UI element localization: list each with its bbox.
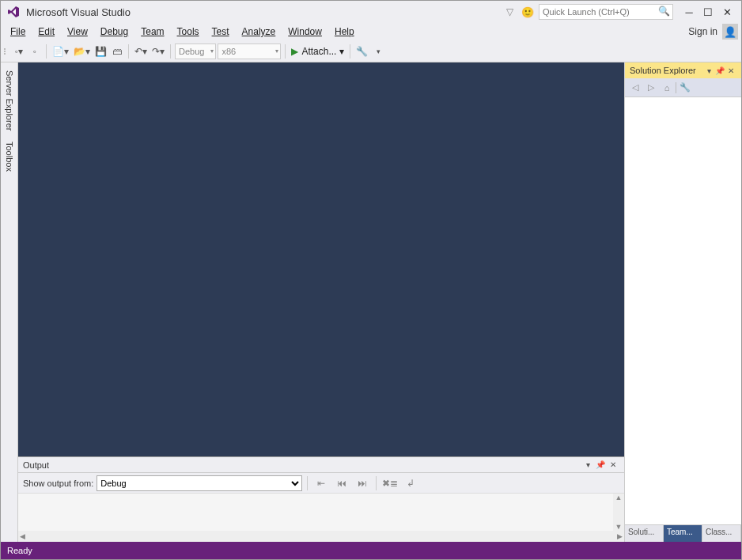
se-home-icon[interactable]: ⌂ [660,81,674,95]
solution-explorer-titlebar[interactable]: Solution Explorer ▾ 📌 ✕ [625,62,741,78]
window-title: Microsoft Visual Studio [26,6,131,18]
toolbar-separator [676,82,676,93]
output-panel: Output ▾ 📌 ✕ Show output from: Debug ⇤ ⏮… [18,456,624,542]
right-bottom-tabs: Soluti... Team... Class... [625,524,741,542]
feedback-icon[interactable]: 🙂 [521,6,534,18]
menu-help[interactable]: Help [328,25,361,39]
search-icon: 🔍 [658,6,670,17]
panel-close-icon[interactable]: ✕ [725,66,736,75]
menu-file[interactable]: File [4,25,32,39]
menu-test[interactable]: Test [206,25,236,39]
toolbar-separator [307,476,308,490]
toolbar-separator [170,44,171,59]
menu-edit[interactable]: Edit [32,25,61,39]
nav-back-button[interactable]: ◦▾ [12,43,26,60]
undo-button[interactable]: ↶▾ [133,43,149,60]
solution-explorer-title: Solution Explorer [630,66,696,75]
title-bar: Microsoft Visual Studio ▽ 🙂 🔍 ─ ☐ ✕ [1,1,741,23]
nav-forward-button[interactable]: ◦ [28,43,42,60]
toolbar-overflow-icon[interactable]: ▾ [371,43,385,60]
toolbar-separator [376,476,377,490]
tab-class-view[interactable]: Class... [702,525,741,542]
toolbox-tab[interactable]: Toolbox [3,137,16,176]
menu-debug[interactable]: Debug [94,25,134,39]
maximize-button[interactable]: ☐ [698,4,717,20]
vs-window: Microsoft Visual Studio ▽ 🙂 🔍 ─ ☐ ✕ File… [0,0,742,560]
menu-view[interactable]: View [61,25,94,39]
save-all-button[interactable]: 🗃 [110,43,124,60]
toolbar-separator [128,44,129,59]
panel-close-icon[interactable]: ✕ [607,460,619,469]
output-source-dropdown[interactable]: Debug [97,475,302,491]
right-dock: Solution Explorer ▾ 📌 ✕ ◁ ▷ ⌂ 🔧 Soluti..… [624,62,741,542]
toolbar-separator [350,44,350,59]
start-debug-button[interactable]: ▶Attach... ▾ [290,43,346,60]
menu-tools[interactable]: Tools [171,25,206,39]
status-text: Ready [7,546,32,555]
find-in-files-button[interactable]: 🔧 [354,43,369,60]
output-toolbar: Show output from: Debug ⇤ ⏮ ⏭ ✖≣ ↲ [18,473,624,494]
show-output-from-label: Show output from: [23,479,93,488]
vertical-scrollbar[interactable]: ▲▼ [613,494,624,531]
output-find-prev-icon[interactable]: ⇤ [312,475,330,491]
tab-team-explorer[interactable]: Team... [664,525,702,542]
toolbar-separator [46,44,47,59]
se-properties-icon[interactable]: 🔧 [678,81,692,95]
menu-window[interactable]: Window [282,25,328,39]
panel-pin-icon[interactable]: 📌 [714,66,725,75]
panel-dropdown-icon[interactable]: ▾ [581,460,594,469]
output-text-area[interactable]: ▲▼ ◀▶ [18,494,624,542]
redo-button[interactable]: ↷▾ [150,43,166,60]
solution-explorer-tree[interactable] [625,97,741,524]
server-explorer-tab[interactable]: Server Explorer [3,66,16,135]
se-back-icon[interactable]: ◁ [628,81,642,95]
new-project-button[interactable]: 📄▾ [51,43,70,60]
main-area: Server Explorer Toolbox Output ▾ 📌 ✕ Sho… [1,62,741,542]
standard-toolbar: ◦▾ ◦ 📄▾ 📂▾ 💾 🗃 ↶▾ ↷▾ Debug▾ x86▾ ▶Attach… [1,40,741,62]
output-clear-icon[interactable]: ✖≣ [381,475,399,491]
quick-launch[interactable]: 🔍 [539,4,673,20]
save-button[interactable]: 💾 [93,43,108,60]
notifications-icon[interactable]: ▽ [506,6,513,17]
se-forward-icon[interactable]: ▷ [644,81,658,95]
quick-launch-input[interactable] [539,4,673,20]
center-pane: Output ▾ 📌 ✕ Show output from: Debug ⇤ ⏮… [18,62,624,542]
vs-logo-icon [7,6,20,18]
tab-solution-explorer[interactable]: Soluti... [625,525,664,542]
minimize-button[interactable]: ─ [680,4,698,20]
menu-bar: File Edit View Debug Team Tools Test Ana… [1,23,741,40]
output-titlebar[interactable]: Output ▾ 📌 ✕ [18,457,624,473]
close-button[interactable]: ✕ [717,4,736,20]
solution-platform-dropdown[interactable]: x86▾ [218,44,281,59]
solution-explorer-toolbar: ◁ ▷ ⌂ 🔧 [625,78,741,97]
panel-pin-icon[interactable]: 📌 [594,460,607,469]
panel-dropdown-icon[interactable]: ▾ [703,66,714,75]
menu-analyze[interactable]: Analyze [236,25,282,39]
sign-in-link[interactable]: Sign in [688,26,717,37]
output-find-icon[interactable]: ⏭ [354,475,371,491]
user-avatar-icon[interactable]: 👤 [722,24,738,40]
play-icon: ▶ [291,46,298,57]
horizontal-scrollbar[interactable]: ◀▶ [18,531,624,542]
open-file-button[interactable]: 📂▾ [72,43,92,60]
solution-config-dropdown[interactable]: Debug▾ [175,44,216,59]
toolbar-separator [285,44,286,59]
status-bar: Ready [1,542,741,559]
left-dock: Server Explorer Toolbox [1,62,18,542]
toolbar-grip-icon[interactable] [4,48,9,55]
output-wordwrap-icon[interactable]: ↲ [402,475,419,491]
editor-surface[interactable] [18,62,624,456]
output-title: Output [23,460,49,470]
output-find-next-icon[interactable]: ⏮ [333,475,350,491]
menu-team[interactable]: Team [134,25,170,39]
